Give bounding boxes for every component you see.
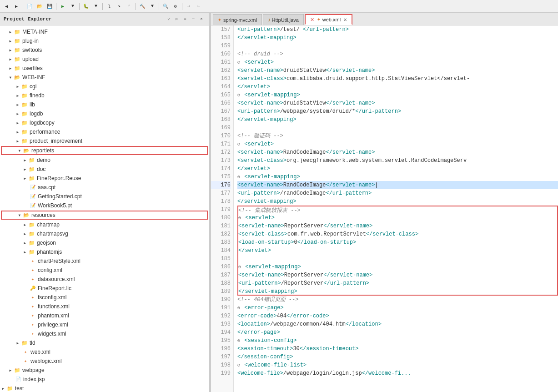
tree-label: chartmapsvg — [37, 231, 68, 237]
code-line-163: <servlet-class>com.alibaba.druid.support… — [237, 75, 558, 83]
tree-item-demo[interactable]: ▶ 📁 demo — [0, 156, 209, 165]
code-editor[interactable]: 157 158 159 160 161 162 163 164 165 166 … — [211, 25, 558, 392]
tree-item-resources[interactable]: ▼ 📂 resources — [1, 211, 208, 220]
tree-label: lib — [30, 101, 35, 108]
folder-icon: 📁 — [21, 339, 28, 347]
tab-spring-mvc[interactable]: ✦ spring-mvc.xml — [213, 14, 262, 25]
toolbar-debug-ext[interactable]: ▼ — [91, 2, 101, 11]
tree-item-product-improvement[interactable]: ▶ 📁 product_improvement — [0, 136, 209, 146]
ln-190: 190 — [211, 296, 231, 304]
panel-minimize-btn[interactable]: — — [190, 15, 197, 23]
tab-httputil[interactable]: J HttpUtil.java — [263, 14, 304, 25]
tree-item-plugin[interactable]: ▶ 📁 plug-in — [0, 36, 209, 45]
tree-item-finereport-reuse[interactable]: ▶ 📁 FineReport.Reuse — [0, 174, 209, 183]
tree-item-workbook5[interactable]: 📝 WorkBook5.pt — [0, 201, 209, 210]
panel-collapse-btn[interactable]: ▽ — [165, 15, 172, 23]
toolbar-build[interactable]: 🔨 — [138, 2, 147, 11]
tree-arrow: ▶ — [7, 65, 14, 71]
panel-close-btn[interactable]: ✕ — [198, 15, 205, 23]
tree-item-phantom[interactable]: ✦ phantom.xml — [0, 311, 209, 320]
toolbar-prev[interactable]: ← — [194, 2, 203, 11]
tree-item-chartmapsvg[interactable]: ▶ 📁 chartmapsvg — [0, 229, 209, 238]
toolbar-forward[interactable]: ▶ — [12, 2, 21, 11]
toolbar-step-into[interactable]: ⤵ — [105, 2, 114, 11]
tree-item-cgi[interactable]: ▶ 📁 cgi — [0, 82, 209, 91]
tree-item-webpage[interactable]: ▶ 📁 webpage — [0, 366, 209, 375]
toolbar-debug[interactable]: 🐛 — [81, 2, 90, 11]
ln-188: 188 — [211, 279, 231, 287]
toolbar-settings[interactable]: ⚙ — [171, 2, 180, 11]
tree-item-meta-inf[interactable]: ▶ 📁 META-INF — [0, 27, 209, 36]
ln-165: 165 — [211, 91, 231, 99]
tree-item-geojson[interactable]: ▶ 📁 geojson — [0, 238, 209, 247]
toolbar-search[interactable]: 🔍 — [161, 2, 170, 11]
tree-label: widgets.xml — [38, 331, 66, 337]
tree-label: doc — [37, 166, 45, 172]
tree-item-functions[interactable]: ✦ functions.xml — [0, 302, 209, 311]
tree-item-tld[interactable]: ▶ 📁 tld — [0, 338, 209, 347]
tree-item-reportlets[interactable]: ▼ 📂 reportlets — [1, 146, 208, 155]
code-line-188: <url-pattern>/ReportServer</url-pattern> — [237, 279, 558, 287]
tree-item-phantomjs[interactable]: ▶ 📁 phantomjs — [0, 247, 209, 256]
xml-icon: ✦ — [29, 330, 36, 337]
code-line-178: </servlet-mapping> — [237, 197, 558, 206]
code-line-177: <url-pattern>/randCodeImage</url-pattern… — [237, 189, 558, 197]
xml-icon: ✦ — [29, 303, 36, 310]
tree-item-datasource[interactable]: ✦ datasource.xml — [0, 275, 209, 284]
tree-item-performance[interactable]: ▶ 📁 performance — [0, 127, 209, 136]
tree-item-fsconfig[interactable]: ✦ fsconfig.xml — [0, 293, 209, 302]
code-line-169 — [237, 124, 558, 132]
xml-icon: ✦ — [29, 276, 36, 283]
ln-178: 178 — [211, 197, 231, 206]
tree-item-swftools[interactable]: ▶ 📁 swftools — [0, 45, 209, 55]
panel-menu-btn[interactable]: ≡ — [181, 15, 189, 23]
ln-179: 179 — [211, 206, 231, 214]
tab-close-web-xml[interactable]: ✕ — [343, 17, 347, 22]
toolbar-open[interactable]: 📂 — [35, 2, 44, 11]
tree-item-index-jsp[interactable]: 📄 index.jsp — [0, 375, 209, 384]
toolbar-step-over[interactable]: ↷ — [115, 2, 124, 11]
tree-item-logdb[interactable]: ▶ 📁 logdb — [0, 109, 209, 118]
toolbar-new[interactable]: 📄 — [25, 2, 34, 11]
code-line-159 — [237, 42, 558, 50]
tree-label: weblogic.xml — [30, 358, 62, 364]
folder-icon: 📁 — [14, 55, 21, 63]
tree-item-finereport-lic[interactable]: 🔑 FineReport.lic — [0, 284, 209, 293]
tree-item-web-xml[interactable]: ✦ web.xml — [0, 347, 209, 357]
tree-item-chartmap[interactable]: ▶ 📁 chartmap — [0, 220, 209, 229]
tree-arrow: ▶ — [15, 138, 21, 144]
panel-expand-btn[interactable]: ▷ — [173, 15, 181, 23]
project-explorer-header: Project Explorer ▽ ▷ ≡ — ✕ — [0, 13, 209, 25]
toolbar-step-out[interactable]: ↑ — [125, 2, 134, 11]
tree-label: resources — [31, 212, 55, 218]
tree-item-upload[interactable]: ▶ 📁 upload — [0, 55, 209, 64]
tree-item-weblogic[interactable]: ✦ weblogic.xml — [0, 357, 209, 366]
tree-item-lib[interactable]: ▶ 📁 lib — [0, 100, 209, 109]
ln-198: 198 — [211, 361, 231, 369]
tree-item-userfiles[interactable]: ▶ 📁 userfiles — [0, 64, 209, 73]
tree-item-privilege[interactable]: ✦ privilege.xml — [0, 320, 209, 329]
tree-item-web-inf[interactable]: ▼ 📂 WEB-INF — [0, 73, 209, 82]
tree-item-config[interactable]: ✦ config.xml — [0, 266, 209, 275]
tree-item-gettingstarted[interactable]: 📝 GettingStarted.cpt — [0, 192, 209, 201]
tree-item-finedb[interactable]: ▶ 📁 finedb — [0, 91, 209, 100]
toolbar-back[interactable]: ◀ — [2, 2, 11, 11]
code-line-168: </servlet-mapping> — [237, 116, 558, 124]
toolbar-save[interactable]: 💾 — [45, 2, 54, 11]
folder-icon: 📁 — [14, 37, 21, 45]
toolbar-run-ext[interactable]: ▼ — [68, 2, 77, 11]
tab-web-xml[interactable]: ✕ ✦ web.xml ✕ — [305, 14, 352, 25]
folder-icon: 📁 — [28, 239, 35, 246]
tree-item-chartprestyle[interactable]: ✦ chartPreStyle.xml — [0, 256, 209, 266]
tree-item-aaa-cpt[interactable]: 📝 aaa.cpt — [0, 183, 209, 192]
tree-item-logdbcopy[interactable]: ▶ 📁 logdbcopy — [0, 118, 209, 127]
tree-item-widgets[interactable]: ✦ widgets.xml — [0, 329, 209, 338]
sep5 — [136, 3, 136, 10]
tree-item-doc[interactable]: ▶ 📁 doc — [0, 165, 209, 174]
tree-item-test[interactable]: ▶ 📁 test — [0, 384, 209, 392]
toolbar-next[interactable]: → — [184, 2, 193, 11]
ln-172: 172 — [211, 148, 231, 156]
code-line-170: <!-- 验证码 --> — [237, 132, 558, 140]
toolbar-build-ext[interactable]: ▼ — [148, 2, 157, 11]
toolbar-run[interactable]: ▶ — [58, 2, 67, 11]
